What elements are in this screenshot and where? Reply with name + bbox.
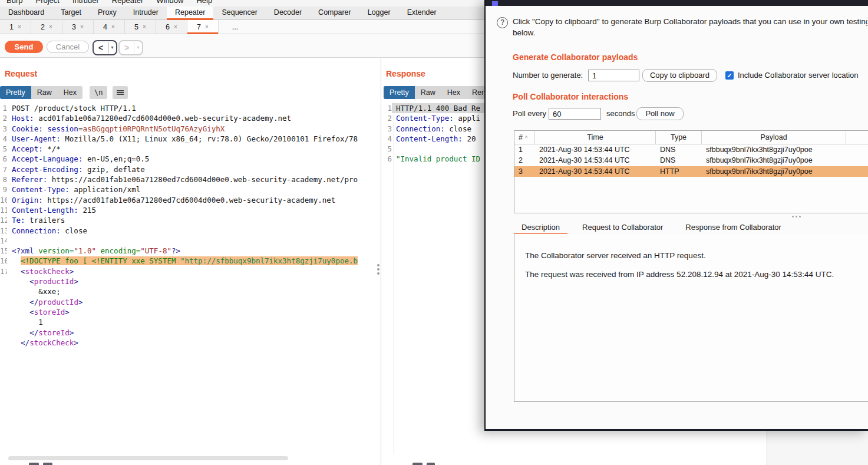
view-tab-pretty[interactable]: Pretty — [0, 86, 31, 99]
menu-intruder[interactable]: Intruder — [66, 0, 105, 6]
repeater-tab-7[interactable]: 7× — [187, 20, 219, 34]
line-number: 5 — [0, 144, 7, 154]
send-button[interactable]: Send — [5, 41, 43, 53]
collaborator-title-bar[interactable] — [486, 0, 868, 6]
line-number: 15 — [0, 246, 7, 256]
seconds-label: seconds — [606, 107, 635, 120]
code-line: 11Content-Length: 215 — [0, 205, 381, 215]
tab-extender[interactable]: Extender — [399, 6, 445, 19]
request-horizontal-scrollbar[interactable] — [8, 456, 288, 460]
generate-row: Number to generate: Copy to clipboard ✓ … — [486, 69, 868, 82]
view-tab-raw[interactable]: Raw — [31, 86, 58, 99]
menu-help[interactable]: Help — [190, 0, 219, 6]
line-number — [0, 338, 7, 348]
close-tab-icon[interactable]: × — [49, 24, 52, 30]
code-line: 10Origin: https://acd01fab1e06a71280ed7c… — [0, 195, 381, 205]
menu-project[interactable]: Project — [29, 0, 65, 6]
view-tab-hex[interactable]: Hex — [58, 86, 82, 99]
detail-tab-request-to-collaborator[interactable]: Request to Collaborator — [575, 222, 671, 234]
close-tab-icon[interactable]: × — [174, 24, 177, 30]
tab-comparer[interactable]: Comparer — [310, 6, 359, 19]
close-tab-icon[interactable]: × — [80, 24, 84, 30]
help-icon: ? — [497, 17, 508, 28]
tab-dashboard[interactable]: Dashboard — [0, 6, 52, 19]
code-line: 17 <stockCheck> — [0, 266, 381, 276]
repeater-tab-overflow[interactable]: ... — [219, 20, 252, 34]
code-line: 15<?xml version="1.0" encoding="UTF-8"?> — [0, 246, 381, 256]
copy-to-clipboard-button[interactable]: Copy to clipboard — [642, 69, 717, 82]
view-tab-hex[interactable]: Hex — [441, 86, 466, 99]
cancel-button[interactable]: Cancel — [47, 41, 89, 53]
table-row[interactable]: 12021-Aug-30 14:53:44 UTCDNSsfbbuqx9bnl7… — [514, 144, 868, 155]
view-tab-pretty[interactable]: Pretty — [384, 86, 415, 99]
collaborator-help-text: Click "Copy to clipboard" to generate Bu… — [513, 17, 867, 38]
menu-repeater[interactable]: Repeater — [105, 0, 150, 6]
line-number: 16 — [0, 256, 7, 266]
code-line: &xxe; — [0, 286, 381, 296]
close-tab-icon[interactable]: × — [143, 24, 146, 30]
code-line: 2Host: acd01fab1e06a71280ed7cd6004d00e0.… — [0, 113, 381, 123]
table-cell — [846, 144, 868, 155]
detail-tab-response-from-collaborator[interactable]: Response from Collaborator — [678, 222, 789, 234]
line-number: 13 — [0, 226, 7, 236]
number-to-generate-label: Number to generate: — [513, 69, 583, 82]
tab-target[interactable]: Target — [52, 6, 90, 19]
table-cell: 1 — [514, 144, 535, 155]
repeater-tab-2[interactable]: 2× — [31, 20, 62, 34]
repeater-tab-5[interactable]: 5× — [125, 20, 156, 34]
repeater-tab-6[interactable]: 6× — [156, 20, 187, 34]
column-header-time[interactable]: Time — [535, 131, 656, 144]
splitter-handle-icon[interactable] — [792, 216, 801, 217]
history-back-button[interactable]: < ▾ — [93, 40, 117, 55]
back-dropdown-icon[interactable]: ▾ — [108, 42, 116, 54]
table-row[interactable]: 32021-Aug-30 14:53:44 UTCHTTPsfbbuqx9bnl… — [514, 166, 868, 177]
tab-intruder[interactable]: Intruder — [125, 6, 167, 19]
menu-burp[interactable]: Burp — [0, 0, 29, 6]
code-line: 3Cookie: session=asBGgqpti0RPQRntN5otUq7… — [0, 124, 381, 134]
code-line: 9Content-Type: application/xml — [0, 184, 381, 194]
repeater-tab-label: 4 — [103, 23, 107, 31]
view-tab-raw[interactable]: Raw — [415, 86, 441, 99]
poll-interval-input[interactable] — [549, 108, 601, 120]
tab-decoder[interactable]: Decoder — [266, 6, 310, 19]
close-tab-icon[interactable]: × — [111, 24, 115, 30]
line-number: 1 — [0, 103, 7, 113]
tab-sequencer[interactable]: Sequencer — [213, 6, 265, 19]
column-header-type[interactable]: Type — [656, 131, 702, 144]
repeater-tab-3[interactable]: 3× — [62, 20, 94, 34]
close-tab-icon[interactable]: × — [18, 24, 21, 30]
code-line: 4User-Agent: Mozilla/5.0 (X11; Linux x86… — [0, 134, 381, 144]
table-row[interactable]: 22021-Aug-30 14:53:44 UTCDNSsfbbuqx9bnl7… — [514, 155, 868, 166]
table-cell: sfbbuqx9bnl7ikx3ht8gzji7uy0poe — [702, 155, 846, 166]
table-cell: 2021-Aug-30 14:53:44 UTC — [535, 144, 656, 155]
tab-proxy[interactable]: Proxy — [90, 6, 125, 19]
show-newlines-button[interactable]: \n — [90, 86, 107, 99]
close-tab-icon[interactable]: × — [205, 24, 209, 30]
repeater-tab-4[interactable]: 4× — [94, 20, 125, 34]
column-header-extra — [846, 131, 868, 144]
repeater-tab-1[interactable]: 1× — [0, 20, 31, 34]
sort-ascending-icon: ^ — [525, 135, 527, 141]
inline-menu-icon[interactable] — [377, 264, 379, 275]
menu-window[interactable]: Window — [150, 0, 190, 6]
editor-menu-button[interactable] — [113, 86, 128, 99]
line-number: 2 — [381, 113, 392, 123]
line-number: 8 — [0, 174, 7, 184]
history-forward-button: > ▾ — [118, 40, 143, 55]
number-to-generate-input[interactable] — [588, 70, 639, 81]
detail-tab-description[interactable]: Description — [514, 222, 567, 234]
help-text-line: Click "Copy to clipboard" to generate Bu… — [513, 17, 867, 28]
tab-repeater[interactable]: Repeater — [167, 6, 213, 19]
bottom-bar-sliver — [43, 463, 52, 465]
code-line: 7Accept-Encoding: gzip, deflate — [0, 164, 381, 174]
response-panel-title: Response — [386, 69, 425, 78]
poll-now-button[interactable]: Poll now — [636, 107, 684, 120]
code-line: </storeId> — [0, 328, 381, 338]
repeater-tab-label: 7 — [197, 23, 201, 31]
interaction-description: The Collaborator server received an HTTP… — [514, 234, 868, 402]
column-header-num[interactable]: #^ — [514, 131, 535, 144]
include-location-checkbox[interactable]: ✓ — [725, 71, 734, 80]
column-header-payload[interactable]: Payload — [702, 131, 846, 144]
tab-logger[interactable]: Logger — [359, 6, 399, 19]
request-editor[interactable]: 1POST /product/stock HTTP/1.12Host: acd0… — [0, 103, 381, 453]
